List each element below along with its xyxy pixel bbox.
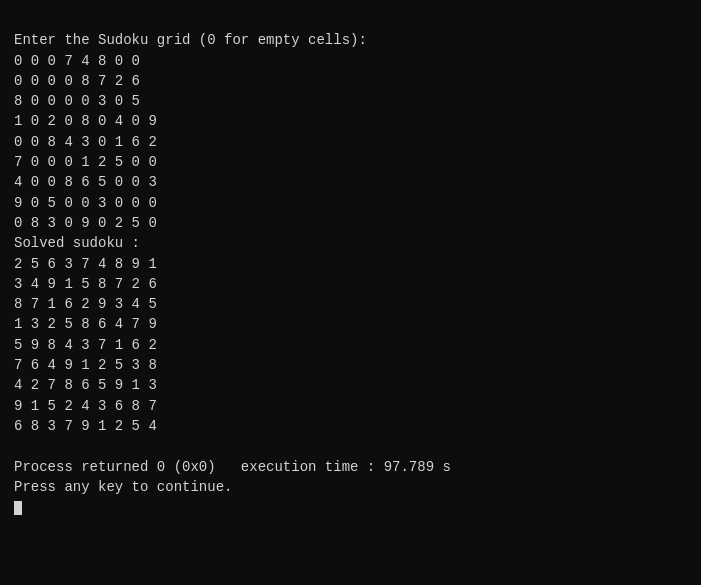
terminal-window[interactable]: Enter the Sudoku grid (0 for empty cells… bbox=[0, 0, 701, 585]
terminal-content: Enter the Sudoku grid (0 for empty cells… bbox=[14, 32, 451, 495]
cursor bbox=[14, 501, 22, 515]
